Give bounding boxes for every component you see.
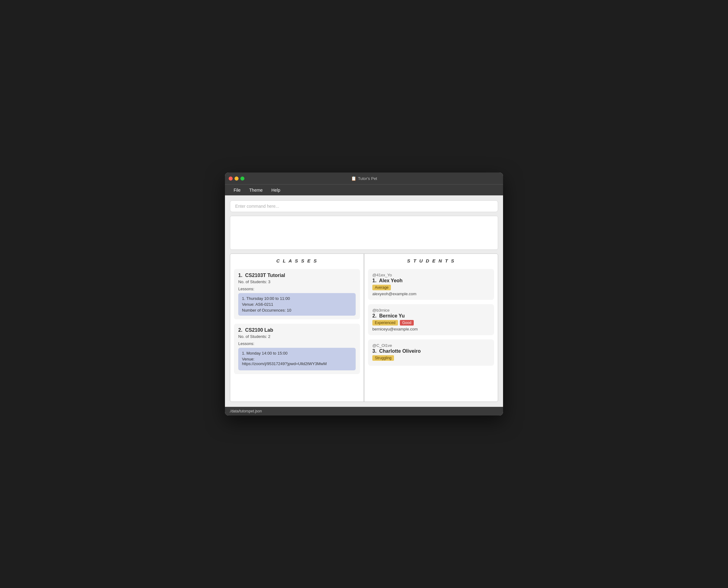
menu-bar: File Theme Help [225, 184, 503, 195]
title-label: Tutor's Pet [358, 176, 377, 181]
menu-theme[interactable]: Theme [245, 186, 267, 194]
student-tags: Struggling [372, 355, 490, 361]
student-email: berniceyu@example.com [372, 327, 490, 331]
traffic-lights [229, 176, 244, 181]
student-tags: Experienced Good [372, 320, 490, 326]
minimize-button[interactable] [235, 176, 238, 181]
class-students-count: No. of Students: 3 [238, 279, 356, 284]
student-card: @41ex_Yo 1. Alex Yeoh Average alexyeoh@e… [368, 269, 494, 300]
student-card: @b3rnice 2. Bernice Yu Experienced Good … [368, 304, 494, 335]
classes-scroll[interactable]: 1. CS2103T Tutorial No. of Students: 3 L… [230, 267, 364, 402]
lessons-label: Lessons: [238, 287, 356, 291]
student-handle: @b3rnice [372, 308, 490, 313]
class-card: 1. CS2103T Tutorial No. of Students: 3 L… [234, 269, 360, 319]
output-box [230, 216, 498, 250]
title-bar: 📋 Tutor's Pet [225, 172, 503, 184]
lesson-card: 1. Thursday 10:00 to 11:00 Venue: AS6-02… [238, 293, 356, 316]
student-handle: @41ex_Yo [372, 273, 490, 277]
classes-panel-header: C L A S S E S [230, 254, 364, 267]
tag-experienced: Experienced [372, 320, 398, 326]
status-text: ./data/tutorspet.json [229, 409, 262, 413]
students-scroll[interactable]: @41ex_Yo 1. Alex Yeoh Average alexyeoh@e… [364, 267, 498, 402]
content-area: C L A S S E S 1. CS2103T Tutorial No. of… [225, 195, 503, 407]
student-tags: Average [372, 285, 490, 290]
tag-good: Good [400, 320, 414, 326]
menu-file[interactable]: File [230, 186, 244, 194]
main-panels: C L A S S E S 1. CS2103T Tutorial No. of… [230, 253, 498, 402]
student-email: alexyeoh@example.com [372, 292, 490, 296]
status-bar: ./data/tutorspet.json [225, 407, 503, 416]
window-title: 📋 Tutor's Pet [351, 176, 377, 181]
lessons-label: Lessons: [238, 341, 356, 346]
student-name: 3. Charlotte Oliveiro [372, 349, 490, 354]
tag-struggling: Struggling [372, 355, 394, 361]
app-window: 📋 Tutor's Pet File Theme Help C L A S S … [225, 172, 503, 416]
class-title: 1. CS2103T Tutorial [238, 273, 356, 278]
class-card: 2. CS2100 Lab No. of Students: 2 Lessons… [234, 324, 360, 374]
student-card: @C_Ol1ve 3. Charlotte Oliveiro Strugglin… [368, 339, 494, 366]
menu-help[interactable]: Help [267, 186, 284, 194]
student-name: 1. Alex Yeoh [372, 278, 490, 284]
lesson-venue: Venue:https://zoom/j/95317249?)pwd=Ulld2… [242, 357, 352, 366]
class-students-count: No. of Students: 2 [238, 334, 356, 339]
classes-panel: C L A S S E S 1. CS2103T Tutorial No. of… [230, 254, 364, 402]
fullscreen-button[interactable] [240, 176, 244, 181]
lesson-card: 1. Monday 14:00 to 15:00 Venue:https://z… [238, 348, 356, 370]
command-input[interactable] [230, 200, 498, 212]
lesson-time: 1. Monday 14:00 to 15:00 [242, 351, 352, 356]
student-handle: @C_Ol1ve [372, 343, 490, 348]
lesson-time: 1. Thursday 10:00 to 11:00 [242, 296, 352, 301]
app-icon: 📋 [351, 176, 356, 181]
lesson-venue: Venue: AS6-0211 [242, 302, 352, 307]
close-button[interactable] [229, 176, 233, 181]
students-panel-header: S T U D E N T S [364, 254, 498, 267]
student-name: 2. Bernice Yu [372, 313, 490, 319]
lesson-occurrences: Number of Occurrences: 10 [242, 308, 352, 313]
tag-average: Average [372, 285, 391, 290]
students-panel: S T U D E N T S @41ex_Yo 1. Alex Yeoh Av… [364, 254, 498, 402]
class-title: 2. CS2100 Lab [238, 328, 356, 333]
